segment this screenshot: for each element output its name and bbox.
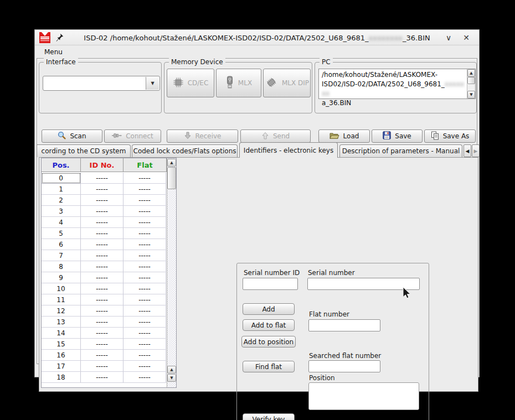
cell-pos[interactable]: 15: [42, 339, 81, 350]
tab-cording-to-the-cd-system[interactable]: cording to the CD system: [37, 144, 131, 157]
cell-pos[interactable]: 3: [42, 206, 81, 217]
load-button[interactable]: Load: [318, 129, 370, 143]
scroll-up-icon[interactable]: ▲: [167, 366, 176, 374]
cell-pos[interactable]: 1: [42, 184, 81, 195]
cell-idno[interactable]: -----: [81, 372, 123, 383]
close-button[interactable]: ✕: [459, 30, 473, 45]
cell-idno[interactable]: -----: [81, 184, 123, 195]
cell-flat[interactable]: -----: [123, 250, 166, 261]
table-row[interactable]: 4 ----- -----: [42, 217, 167, 228]
cell-pos[interactable]: 5: [42, 228, 81, 239]
cell-pos[interactable]: 4: [42, 217, 81, 228]
scan-button[interactable]: Scan: [42, 129, 102, 143]
table-row[interactable]: 10 ----- -----: [42, 283, 167, 294]
save-button[interactable]: Save: [372, 129, 423, 143]
pc-path-box[interactable]: /home/kohout/Stažené/LASKOMEX-ISD02/ISD-…: [318, 69, 476, 99]
cell-flat[interactable]: -----: [123, 339, 166, 350]
table-row[interactable]: 12 ----- -----: [42, 305, 167, 317]
cell-idno[interactable]: -----: [81, 228, 123, 239]
cell-pos[interactable]: 14: [42, 328, 81, 339]
cell-flat[interactable]: -----: [123, 283, 166, 294]
position-textarea[interactable]: [308, 382, 419, 410]
find-flat-button[interactable]: Find flat: [243, 361, 295, 372]
cell-idno[interactable]: -----: [81, 283, 123, 294]
cell-idno[interactable]: -----: [81, 261, 123, 272]
table-row[interactable]: 11 ----- -----: [42, 294, 167, 305]
table-row[interactable]: 14 ----- -----: [42, 328, 167, 339]
connect-button[interactable]: Connect: [104, 129, 161, 143]
searched-flat-number-input[interactable]: [308, 360, 380, 372]
cell-flat[interactable]: -----: [123, 305, 166, 317]
tab-scroll-left-icon[interactable]: ◀: [463, 144, 471, 157]
cell-idno[interactable]: -----: [81, 305, 123, 317]
cell-pos[interactable]: 18: [42, 372, 81, 383]
add-to-flat-button[interactable]: Add to flat: [243, 319, 295, 331]
mlx-dip-button[interactable]: MLX DIP: [263, 69, 311, 97]
table-row[interactable]: 0 ----- -----: [42, 173, 167, 184]
cell-flat[interactable]: -----: [123, 372, 166, 383]
table-row[interactable]: 2 ----- -----: [42, 195, 167, 206]
pc-path-scrollbar[interactable]: ▲ ▼: [467, 69, 475, 98]
cell-idno[interactable]: -----: [81, 206, 123, 217]
cell-idno[interactable]: -----: [81, 339, 123, 350]
cell-flat[interactable]: -----: [123, 272, 166, 283]
cell-flat[interactable]: -----: [123, 294, 166, 305]
table-row[interactable]: 9 ----- -----: [42, 272, 167, 283]
cell-idno[interactable]: -----: [81, 173, 123, 184]
tab-scroll-right-icon[interactable]: ▶: [472, 144, 480, 157]
cell-flat[interactable]: -----: [123, 184, 166, 195]
mlx-button[interactable]: MLX: [216, 69, 261, 97]
scroll-up-icon[interactable]: ▲: [167, 159, 176, 167]
minimize-button[interactable]: ∨: [441, 30, 456, 45]
table-row[interactable]: 6 ----- -----: [42, 239, 167, 250]
send-button[interactable]: Send: [240, 129, 311, 143]
table-row[interactable]: 16 ----- -----: [42, 350, 167, 361]
cell-idno[interactable]: -----: [81, 239, 123, 250]
scrollbar-thumb[interactable]: [167, 167, 176, 189]
cell-idno[interactable]: -----: [81, 317, 123, 328]
table-row[interactable]: 3 ----- -----: [42, 206, 167, 217]
cell-idno[interactable]: -----: [81, 195, 123, 206]
cell-flat[interactable]: -----: [123, 173, 166, 184]
tab-coded-lock-codes-flats-options[interactable]: Coded lock codes/Flats options: [132, 144, 238, 157]
cell-pos[interactable]: 0: [42, 173, 81, 184]
cell-flat[interactable]: -----: [123, 328, 166, 339]
cell-pos[interactable]: 17: [42, 361, 81, 372]
cell-flat[interactable]: -----: [123, 239, 166, 250]
cell-pos[interactable]: 13: [42, 317, 81, 328]
cell-pos[interactable]: 16: [42, 350, 81, 361]
cell-idno[interactable]: -----: [81, 350, 123, 361]
cell-idno[interactable]: -----: [81, 250, 123, 261]
add-to-position-button[interactable]: Add to position: [241, 336, 296, 348]
chevron-down-icon[interactable]: ▼: [146, 77, 159, 90]
table-row[interactable]: 17 ----- -----: [42, 361, 167, 372]
cell-flat[interactable]: -----: [123, 261, 166, 272]
tab-description-of-parameters-manual[interactable]: Description of parameters - Manual: [339, 144, 462, 157]
interface-select[interactable]: ▼: [43, 76, 160, 91]
cell-pos[interactable]: 10: [42, 283, 81, 294]
table-row[interactable]: 5 ----- -----: [42, 228, 167, 239]
table-row[interactable]: 8 ----- -----: [42, 261, 167, 272]
cell-pos[interactable]: 7: [42, 250, 81, 261]
add-button[interactable]: Add: [243, 303, 295, 315]
cell-idno[interactable]: -----: [81, 217, 123, 228]
table-row[interactable]: 13 ----- -----: [42, 317, 167, 328]
cell-flat[interactable]: -----: [123, 361, 166, 372]
table-scrollbar[interactable]: ▲ ▲ ▼: [167, 158, 176, 387]
table-row[interactable]: 15 ----- -----: [42, 339, 167, 350]
flat-number-input[interactable]: [308, 319, 380, 331]
cell-pos[interactable]: 6: [42, 239, 81, 250]
cell-flat[interactable]: -----: [123, 195, 166, 206]
cell-pos[interactable]: 8: [42, 261, 81, 272]
table-row[interactable]: 7 ----- -----: [42, 250, 167, 261]
cell-pos[interactable]: 11: [42, 294, 81, 305]
serial-number-id-input[interactable]: [243, 278, 298, 290]
save-as-button[interactable]: Save As: [424, 129, 476, 143]
cell-flat[interactable]: -----: [123, 350, 166, 361]
cell-idno[interactable]: -----: [81, 361, 123, 372]
receive-button[interactable]: Receive: [167, 129, 238, 143]
tab-identifiers-electronic-keys[interactable]: Identifiers - electronic keys: [239, 142, 338, 158]
scrollbar-thumb[interactable]: [467, 77, 475, 84]
verify-key-button[interactable]: Verify key: [243, 413, 295, 420]
cell-flat[interactable]: -----: [123, 206, 166, 217]
